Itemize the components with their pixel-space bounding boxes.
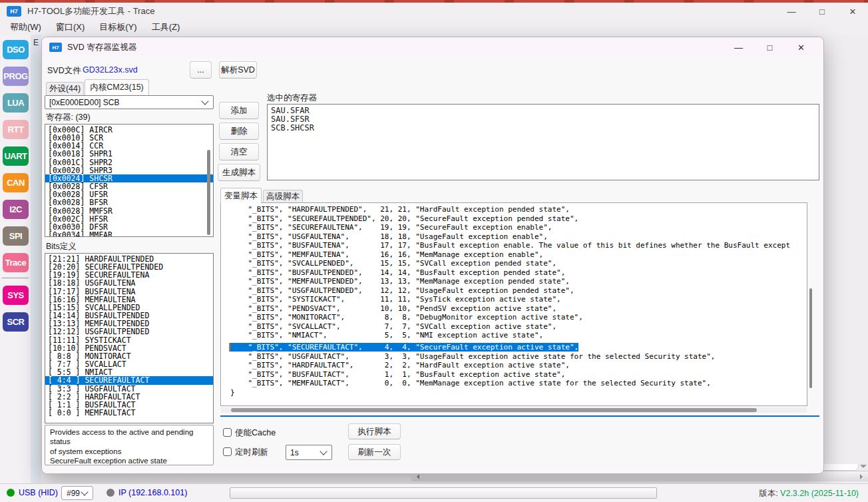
tab-advanced-script[interactable]: 高级脚本 [263, 190, 303, 203]
dialog-titlebar[interactable]: H7 SVD 寄存器监视器 — □ ✕ [42, 37, 823, 57]
selected-registers-box[interactable]: SAU.SFARSAU.SFSRSCB.SHCSR [267, 104, 819, 180]
refresh-once-button[interactable]: 刷新一次 [348, 444, 401, 460]
bits-list[interactable]: [21:21] HARDFAULTPENDED[20:20] SECUREFAU… [45, 253, 214, 423]
script-vscrollbar-thumb[interactable] [809, 288, 812, 388]
script-line[interactable]: "_BITS", "MEMFAULTACT", 0, 0, "MemManage… [230, 379, 807, 388]
bit-item[interactable]: [ 0:0 ] MEMFAULTACT [45, 409, 213, 417]
script-line[interactable]: "_BITS", "MONITORACT", 8, 8, "DebugMonit… [230, 313, 807, 322]
menu-item[interactable]: 工具(Z) [144, 20, 188, 35]
maximize-icon[interactable]: □ [807, 3, 837, 19]
script-line[interactable]: "_BITS", "MEMFAULTENA", 16, 16, "MemMana… [230, 250, 807, 260]
main-titlebar: H7 H7-TOOL多功能开发工具 - Trace — □ ✕ [0, 3, 868, 20]
clear-button[interactable]: 清空 [219, 143, 259, 160]
register-item[interactable]: [0x0034] MMFAR [45, 231, 213, 237]
interval-select[interactable]: 1s [286, 445, 332, 460]
bit-item[interactable]: [12:12] USGFAULTPENDED [45, 328, 213, 336]
script-editor[interactable]: "_BITS", "HARDFAULTPENDED", 21, 21, "Har… [220, 202, 807, 406]
bit-item[interactable]: [ 2:2 ] HARDFAULTACT [45, 393, 213, 401]
dialog-maximize-icon[interactable]: □ [754, 39, 785, 56]
script-line[interactable]: "_BITS", "HARDFAULTPENDED", 21, 21, "Har… [230, 205, 807, 214]
chevron-down-icon [320, 447, 327, 455]
sidebar-item-uart[interactable]: UART [3, 146, 29, 166]
bit-item[interactable]: [ 3:3 ] USGFAULTACT [45, 385, 213, 393]
description-line: Provides access to the active and pendin… [50, 427, 208, 447]
script-horizontal-scrollbar[interactable] [221, 407, 807, 413]
usb-status-label[interactable]: USB (HID) [19, 488, 58, 497]
enable-cache-checkbox[interactable] [223, 428, 232, 437]
script-line[interactable]: "_BITS", "HARDFAULTACT", 2, 2, "HardFaul… [230, 361, 807, 370]
ip-status-label[interactable]: IP (192.168.0.101) [118, 488, 187, 497]
delete-button[interactable]: 删除 [219, 123, 259, 140]
sidebar-item-spi[interactable]: SPI [3, 226, 29, 246]
sidebar-item-trace[interactable]: Trace [3, 253, 29, 272]
script-hscrollbar-thumb[interactable] [231, 408, 757, 412]
register-item[interactable]: [0x0018] SHPR1 [45, 150, 213, 158]
close-icon[interactable]: ✕ [837, 3, 868, 19]
parse-svd-button[interactable]: 解析SVD [219, 61, 257, 79]
dialog-logo-icon: H7 [49, 43, 62, 52]
tab-peripherals[interactable]: 外设(44) [46, 82, 84, 95]
script-line[interactable]: "_BITS", "USGFAULTACT", 3, 3, "UsageFaul… [230, 352, 807, 362]
minimize-icon[interactable]: — [776, 3, 807, 19]
enable-cache-label: 使能Cache [235, 427, 276, 439]
bit-item[interactable]: [18:18] USGFAULTENA [45, 279, 213, 287]
tab-variable-script[interactable]: 变量脚本 [220, 188, 262, 203]
description-line: SecureFault exception active state [50, 456, 208, 465]
sidebar-item-scr[interactable]: SCR [3, 312, 29, 332]
peripheral-select[interactable]: [0xE000ED00] SCB [45, 95, 214, 109]
dialog-close-icon[interactable]: ✕ [785, 39, 817, 56]
sidebar-item-dso[interactable]: DSO [3, 40, 29, 59]
register-item[interactable]: [0x001C] SHPR2 [45, 158, 213, 166]
script-line[interactable]: "_BITS", "BUSFAULTENA", 17, 17, "BusFaul… [230, 241, 807, 250]
sidebar-item-sys[interactable]: SYS [3, 286, 29, 305]
add-button[interactable]: 添加 [219, 102, 259, 119]
timed-refresh-checkbox[interactable] [223, 447, 232, 456]
menu-item[interactable]: 目标板(Y) [92, 20, 144, 35]
selected-register-line: SAU.SFSR [271, 115, 815, 124]
generate-script-button[interactable]: 生成脚本 [218, 164, 260, 181]
script-line[interactable]: "_BITS", "BUSFAULTACT", 1, 1, "BusFault … [230, 370, 807, 379]
device-number-select[interactable]: #99 [61, 486, 93, 500]
register-item[interactable]: [0x0028] BFSR [45, 198, 213, 206]
bit-item[interactable]: [ 4:4 ] SECUREFAULTACT [45, 376, 213, 384]
dialog-title: SVD 寄存器监视器 [67, 42, 136, 53]
registers-scrollbar-thumb[interactable] [207, 150, 210, 235]
script-line[interactable]: "_BITS", "SVCALLACT", 7, 7, "SVCall exce… [230, 322, 807, 332]
scroll-right-icon[interactable] [860, 474, 863, 479]
svd-file-link[interactable]: GD32L23x.svd [83, 65, 138, 75]
device-number-value: #99 [67, 489, 80, 498]
script-line[interactable]: "_BITS", "MEMFAULTPENDED", 13, 13, "MemM… [230, 277, 807, 286]
tab-core-cm23[interactable]: 内核CM23(15) [85, 79, 149, 95]
script-line[interactable]: "_BITS", "PENDSVACT", 10, 10, "PendSV ex… [230, 304, 807, 314]
script-line[interactable]: "_BITS", "NMIACT", 5, 5, "NMI exception … [230, 331, 807, 340]
execute-script-button[interactable]: 执行脚本 [348, 423, 401, 439]
script-line[interactable]: "_BITS", "SECUREFAULTENA", 19, 19, "Secu… [230, 223, 807, 232]
sidebar-item-prog[interactable]: PROG [3, 67, 29, 86]
dialog-minimize-icon[interactable]: — [723, 39, 754, 56]
sidebar-item-can[interactable]: CAN [3, 173, 29, 192]
bit-description-box: Provides access to the active and pendin… [45, 425, 214, 465]
script-line[interactable]: "_BITS", "BUSFAULTPENDED", 14, 14, "BusF… [230, 268, 807, 278]
script-line[interactable]: "_BITS", "SYSTICKACT", 11, 11, "SysTick … [230, 295, 807, 304]
script-line[interactable]: "_BITS", "USGFAULTENA", 18, 18, "UsageFa… [230, 232, 807, 242]
script-line[interactable]: "_BITS", "SECUREFAULTACT", 4, 4, "Secure… [229, 343, 578, 352]
script-line[interactable]: "_BITS", "SECUREFAULTPENDED", 20, 20, "S… [230, 214, 807, 224]
scroll-left-icon[interactable] [417, 474, 419, 479]
background-panel [31, 35, 41, 483]
registers-list[interactable]: [0x000C] AIRCR[0x0010] SCR[0x0014] CCR[0… [45, 124, 214, 237]
sidebar-item-i2c[interactable]: I2C [3, 200, 29, 219]
bit-item[interactable]: [11:11] SYSTICKACT [45, 336, 213, 344]
browse-button[interactable]: ... [190, 61, 212, 79]
usb-status-icon [7, 489, 15, 497]
statusbar: USB (HID) #99 IP (192.168.0.101) 版本: V2.… [0, 483, 868, 502]
register-item[interactable]: [0x0028] MMFSR [45, 207, 213, 215]
script-line[interactable]: "_BITS", "USGFAULTPENDED", 12, 12, "Usag… [230, 286, 807, 296]
sidebar-item-rtt[interactable]: RTT [3, 120, 29, 139]
script-line[interactable]: "_BITS", "SVCALLPENDED", 15, 15, "SVCall… [230, 259, 807, 268]
sidebar-item-lua[interactable]: LUA [3, 93, 29, 113]
menu-item[interactable]: 窗口(X) [49, 20, 92, 35]
scroll-down-icon[interactable] [860, 465, 867, 468]
script-line[interactable]: } [230, 388, 807, 397]
bit-item[interactable]: [17:17] BUSFAULTENA [45, 288, 213, 296]
menu-item[interactable]: 帮助(W) [3, 20, 49, 35]
